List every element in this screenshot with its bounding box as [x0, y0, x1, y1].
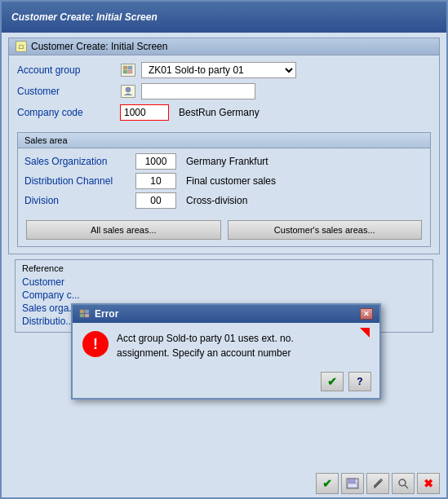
svg-rect-6 — [80, 314, 84, 317]
division-input[interactable] — [135, 192, 176, 209]
sales-org-text: Germany Frankfurt — [186, 156, 268, 167]
account-group-icon[interactable] — [120, 63, 136, 77]
window-title: Customer Create: Initial Screen — [11, 11, 157, 23]
sales-org-row: Sales Organization Germany Frankfurt — [24, 153, 424, 170]
company-code-row: Company code BestRun Germany — [17, 104, 431, 121]
ref-customer-label: Customer — [22, 276, 426, 288]
toolbar-save-button[interactable] — [341, 473, 364, 494]
inner-panel-title: Customer Create: Initial Screen — [31, 41, 167, 52]
error-title-left: Error — [79, 308, 118, 320]
inner-panel: □ Customer Create: Initial Screen Accoun… — [8, 38, 440, 254]
bottom-toolbar: ✔ ✖ — [316, 473, 440, 494]
dist-channel-label: Distribution Channel — [24, 175, 131, 187]
error-help-button[interactable]: ? — [348, 372, 371, 391]
account-group-label: Account group — [17, 64, 115, 76]
error-confirm-button[interactable]: ✔ — [321, 372, 344, 391]
svg-rect-7 — [85, 310, 89, 313]
all-sales-areas-button[interactable]: All sales areas... — [26, 220, 221, 240]
svg-point-13 — [399, 479, 406, 486]
reference-header: Reference — [22, 263, 426, 273]
error-dialog-buttons: ✔ ? — [73, 369, 379, 398]
sales-area-buttons: All sales areas... Customer's sales area… — [18, 217, 430, 246]
svg-rect-11 — [348, 484, 357, 488]
customer-row: Customer — [17, 83, 431, 99]
sales-org-input[interactable] — [135, 153, 176, 170]
ref-company-code-label: Company c... — [22, 289, 426, 301]
account-group-select[interactable]: ZK01 Sold-to party 01 — [141, 62, 296, 78]
dist-channel-text: Final customer sales — [186, 175, 276, 187]
form-area: Account group ZK01 Sold-to part — [9, 55, 439, 132]
error-dialog: Error ✕ ! Acct group Sold-to party 01 us… — [71, 303, 381, 400]
svg-rect-3 — [128, 70, 132, 73]
error-line1: Acct group Sold-to party 01 uses ext. no… — [117, 331, 352, 346]
customer-icon[interactable] — [120, 84, 136, 99]
error-icon: ! — [82, 331, 109, 357]
sales-area-section: Sales area Sales Organization Germany Fr… — [17, 132, 431, 247]
customer-label: Customer — [17, 86, 115, 97]
error-title-bar: Error ✕ — [73, 305, 379, 323]
toolbar-cancel-button[interactable]: ✖ — [417, 473, 440, 494]
company-code-text: BestRun Germany — [179, 107, 259, 118]
toolbar-edit-button[interactable] — [366, 473, 389, 494]
toolbar-check-button[interactable]: ✔ — [316, 473, 339, 494]
error-dialog-icon — [79, 309, 91, 319]
customer-input[interactable] — [141, 83, 255, 99]
toolbar-find-button[interactable] — [392, 473, 415, 494]
division-row: Division Cross-division — [24, 192, 424, 209]
dist-channel-row: Distribution Channel Final customer sale… — [24, 173, 424, 189]
svg-line-14 — [405, 485, 408, 488]
svg-rect-10 — [348, 479, 355, 483]
save-icon — [346, 478, 359, 489]
svg-rect-5 — [80, 310, 84, 313]
account-group-icon-img — [121, 64, 135, 77]
svg-rect-8 — [85, 314, 89, 317]
find-icon — [397, 478, 409, 489]
sales-org-label: Sales Organization — [24, 156, 131, 167]
account-group-row: Account group ZK01 Sold-to part — [17, 62, 431, 78]
content-area: □ Customer Create: Initial Screen Accoun… — [2, 33, 446, 338]
error-body: ! Acct group Sold-to party 01 uses ext. … — [73, 323, 379, 369]
division-text: Cross-division — [186, 195, 247, 206]
company-code-label: Company code — [17, 107, 115, 118]
division-label: Division — [24, 195, 131, 206]
edit-icon — [372, 478, 384, 489]
inner-panel-header: □ Customer Create: Initial Screen — [9, 38, 439, 55]
sales-area-header: Sales area — [18, 133, 430, 148]
dist-channel-input[interactable] — [135, 173, 176, 189]
customer-icon-img — [121, 85, 135, 98]
svg-point-4 — [126, 87, 131, 92]
company-code-input[interactable] — [120, 104, 169, 121]
svg-rect-0 — [123, 66, 127, 69]
svg-rect-2 — [128, 66, 132, 69]
error-title-text: Error — [95, 308, 118, 320]
error-corner-marker — [360, 328, 370, 338]
title-bar: Customer Create: Initial Screen — [2, 2, 446, 33]
customer-sales-areas-button[interactable]: Customer's sales areas... — [228, 220, 423, 240]
main-window: Customer Create: Initial Screen □ Custom… — [0, 0, 448, 499]
panel-icon: □ — [16, 41, 27, 52]
error-close-button[interactable]: ✕ — [360, 308, 373, 320]
svg-rect-1 — [123, 70, 127, 73]
sales-area-content: Sales Organization Germany Frankfurt Dis… — [18, 148, 430, 217]
error-line2: assignment. Specify an account number — [117, 346, 352, 360]
error-message: Acct group Sold-to party 01 uses ext. no… — [117, 331, 352, 360]
